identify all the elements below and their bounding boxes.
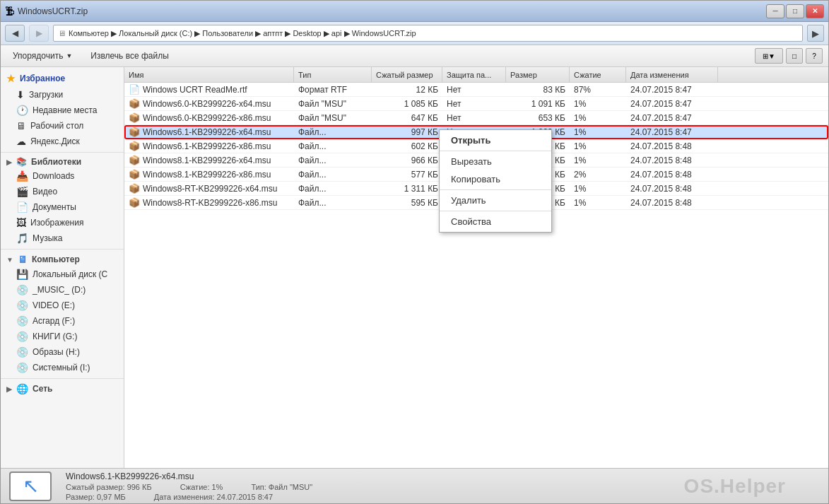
view-options-button[interactable]: ⊞▼ — [755, 48, 783, 64]
context-menu-open[interactable]: Открыть — [440, 131, 551, 149]
file-cell-type: Формат RTF — [294, 83, 372, 96]
context-menu-properties[interactable]: Свойства — [440, 213, 551, 230]
sidebar-item-images[interactable]: 🖼 Изображения — [1, 215, 124, 230]
sidebar: ★ Избранное ⬇ Загрузки 🕐 Недавние места … — [1, 67, 124, 468]
file-cell-compression: 1% — [570, 125, 626, 139]
sidebar-local-c-label: Локальный диск (C — [33, 269, 107, 279]
sidebar-item-images-h[interactable]: 💿 Образы (H:) — [1, 344, 124, 360]
sidebar-item-music[interactable]: 🎵 Музыка — [1, 230, 124, 246]
file-row[interactable]: 📦Windows6.0-KB2999226-x86.msuФайл "MSU"6… — [124, 111, 828, 125]
file-name: Windows8.1-KB2999226-x86.msu — [143, 170, 271, 180]
file-cell-size: 1 091 КБ — [506, 97, 570, 110]
context-menu-cut[interactable]: Вырезать — [440, 153, 551, 170]
network-header[interactable]: ▶ 🌐 Сеть — [1, 378, 124, 396]
file-cell-date: 24.07.2015 8:47 — [626, 97, 718, 110]
main-area: ★ Избранное ⬇ Загрузки 🕐 Недавние места … — [1, 67, 828, 468]
col-header-compressed-size[interactable]: Сжатый размер — [372, 67, 442, 82]
network-section: ▶ 🌐 Сеть — [1, 378, 124, 396]
lib-downloads-icon: 📥 — [16, 170, 28, 182]
main-window: 🗜 WindowsUCRT.zip ─ □ ✕ ◀ ▶ 🖥 Компьютер … — [0, 0, 829, 504]
favorites-header[interactable]: ★ Избранное — [1, 70, 124, 87]
sidebar-item-asgard-f[interactable]: 💿 Асгард (F:) — [1, 313, 124, 329]
star-icon: ★ — [6, 73, 16, 84]
status-filename: Windows6.1-KB2999226-x64.msu — [66, 471, 312, 481]
file-icon: 📦 — [129, 155, 140, 165]
asgard-f-icon: 💿 — [16, 315, 28, 327]
libraries-header[interactable]: ▶ 📚 Библиотеки — [1, 152, 124, 168]
sidebar-item-yandex[interactable]: ☁ Яндекс.Диск — [1, 134, 124, 149]
sidebar-desktop-label: Рабочий стол — [30, 121, 83, 131]
file-row[interactable]: 📄Windows UCRT ReadMe.rtfФормат RTF12 КБН… — [124, 83, 828, 97]
file-cell-size: 653 КБ — [506, 111, 570, 124]
sidebar-item-docs[interactable]: 📄 Документы — [1, 199, 124, 215]
status-date: Дата изменения: 24.07.2015 8:47 — [154, 493, 273, 501]
sidebar-item-lib-downloads[interactable]: 📥 Downloads — [1, 168, 124, 184]
sidebar-item-system-i[interactable]: 💿 Системный (I:) — [1, 360, 124, 375]
address-go-button[interactable]: ▶ — [807, 25, 824, 42]
local-c-icon: 💾 — [16, 269, 28, 280]
file-name: Windows8-RT-KB2999226-x64.msu — [143, 184, 278, 194]
file-row[interactable]: 📦Windows6.0-KB2999226-x64.msuФайл "MSU"1… — [124, 97, 828, 111]
favorites-section: ★ Избранное ⬇ Загрузки 🕐 Недавние места … — [1, 70, 124, 149]
sidebar-item-video-e[interactable]: 💿 VIDEO (E:) — [1, 298, 124, 313]
sidebar-item-recent[interactable]: 🕐 Недавние места — [1, 102, 124, 118]
file-cell-compressed-size: 997 КБ — [372, 125, 442, 139]
network-icon: 🌐 — [16, 383, 28, 394]
close-button[interactable]: ✕ — [806, 4, 824, 18]
sidebar-music-d-label: _MUSIC_ (D:) — [33, 285, 86, 295]
col-header-compression[interactable]: Сжатие — [570, 67, 626, 82]
file-cell-protection: Нет — [442, 83, 506, 96]
col-header-size[interactable]: Размер — [506, 67, 570, 82]
file-cell-compressed-size: 602 КБ — [372, 139, 442, 153]
context-menu: Открыть Вырезать Копировать Удалить Свой… — [439, 129, 552, 233]
sidebar-video-e-label: VIDEO (E:) — [33, 300, 75, 310]
col-header-date[interactable]: Дата изменения — [626, 67, 718, 82]
context-menu-copy[interactable]: Копировать — [440, 170, 551, 188]
system-i-icon: 💿 — [16, 362, 28, 373]
file-cell-type: Файл... — [294, 125, 372, 139]
computer-label: Компьютер — [32, 254, 80, 264]
computer-section: ▼ 🖥 Компьютер 💾 Локальный диск (C 💿 _MUS… — [1, 249, 124, 375]
file-cell-name: 📦Windows8.1-KB2999226-x64.msu — [124, 153, 294, 167]
file-icon: 📦 — [129, 169, 140, 180]
computer-header[interactable]: ▼ 🖥 Компьютер — [1, 249, 124, 266]
col-header-name[interactable]: Имя — [124, 67, 294, 82]
sidebar-item-books-g[interactable]: 💿 КНИГИ (G:) — [1, 329, 124, 344]
sidebar-item-downloads[interactable]: ⬇ Загрузки — [1, 87, 124, 102]
status-info-row-1: Сжатый размер: 996 КБ Сжатие: 1% Тип: Фа… — [66, 483, 312, 491]
sidebar-item-desktop[interactable]: 🖥 Рабочий стол — [1, 118, 124, 134]
extract-button[interactable]: Извлечь все файлы — [84, 48, 175, 64]
books-g-icon: 💿 — [16, 331, 28, 342]
sidebar-item-local-c[interactable]: 💾 Локальный диск (C — [1, 266, 124, 282]
file-cell-type: Файл... — [294, 182, 372, 195]
address-box[interactable]: 🖥 Компьютер ▶ Локальный диск (C:) ▶ Поль… — [53, 25, 803, 42]
help-button[interactable]: ? — [806, 48, 823, 64]
file-cell-protection: Нет — [442, 97, 506, 110]
toolbar-right: ⊞▼ □ ? — [755, 48, 823, 64]
organize-label: Упорядочить — [13, 51, 63, 61]
sidebar-books-g-label: КНИГИ (G:) — [33, 332, 77, 341]
context-menu-delete[interactable]: Удалить — [440, 192, 551, 209]
file-cell-date: 24.07.2015 8:47 — [626, 125, 718, 139]
maximize-button[interactable]: □ — [786, 4, 804, 18]
status-type: Тип: Файл "MSU" — [251, 483, 312, 491]
sidebar-item-music-d[interactable]: 💿 _MUSIC_ (D:) — [1, 282, 124, 298]
file-icon: 📦 — [129, 141, 140, 151]
file-cell-type: Файл... — [294, 196, 372, 209]
file-cell-name: 📦Windows6.0-KB2999226-x86.msu — [124, 111, 294, 124]
libraries-label: Библиотеки — [31, 157, 81, 167]
sidebar-downloads-label: Загрузки — [29, 90, 63, 100]
context-menu-separator-1 — [440, 151, 551, 151]
sidebar-images-label: Изображения — [30, 218, 83, 228]
organize-button[interactable]: Упорядочить ▼ — [6, 48, 78, 64]
col-header-protection[interactable]: Защита па... — [442, 67, 506, 82]
sidebar-item-video[interactable]: 🎬 Видео — [1, 184, 124, 199]
pane-button[interactable]: □ — [786, 48, 803, 64]
back-button[interactable]: ◀ — [5, 25, 25, 42]
file-cell-name: 📦Windows6.1-KB2999226-x86.msu — [124, 139, 294, 153]
minimize-button[interactable]: ─ — [766, 4, 784, 18]
forward-button[interactable]: ▶ — [29, 25, 49, 42]
sidebar-recent-label: Недавние места — [33, 105, 97, 115]
col-header-type[interactable]: Тип — [294, 67, 372, 82]
file-cell-protection: Нет — [442, 111, 506, 124]
